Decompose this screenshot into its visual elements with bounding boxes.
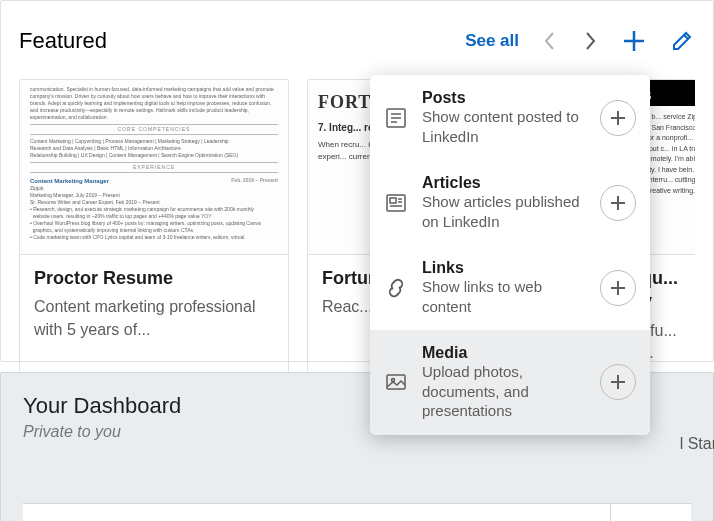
card-body: Proctor Resume Content marketing profess… bbox=[20, 255, 288, 353]
featured-card[interactable]: communication. Specialist in human-focus… bbox=[19, 79, 289, 378]
menu-item-text: Articles Show articles published on Link… bbox=[422, 174, 586, 231]
menu-item-links[interactable]: Links Show links to web content bbox=[370, 245, 650, 330]
post-icon bbox=[384, 106, 408, 130]
svg-point-10 bbox=[392, 379, 395, 382]
dashboard-side-label: l Star bbox=[680, 435, 714, 453]
add-button[interactable] bbox=[600, 364, 636, 400]
media-icon bbox=[384, 370, 408, 394]
menu-item-media[interactable]: Media Upload photos, documents, and pres… bbox=[370, 330, 650, 435]
menu-item-text: Media Upload photos, documents, and pres… bbox=[422, 344, 586, 421]
add-featured-menu: Posts Show content posted to LinkedIn Ar… bbox=[370, 75, 650, 435]
chevron-right-icon[interactable] bbox=[581, 32, 599, 50]
card-thumbnail: communication. Specialist in human-focus… bbox=[20, 80, 288, 255]
featured-title: Featured bbox=[19, 28, 107, 54]
featured-actions: See all bbox=[465, 28, 695, 54]
link-icon bbox=[384, 276, 408, 300]
article-icon bbox=[384, 191, 408, 215]
dashboard-stat-box[interactable] bbox=[23, 504, 611, 521]
featured-header: Featured See all bbox=[19, 21, 695, 61]
edit-featured-button[interactable] bbox=[669, 28, 695, 54]
dashboard-stats-row bbox=[23, 503, 691, 521]
menu-item-posts[interactable]: Posts Show content posted to LinkedIn bbox=[370, 75, 650, 160]
resume-preview: communication. Specialist in human-focus… bbox=[30, 86, 278, 241]
add-button[interactable] bbox=[600, 185, 636, 221]
chevron-left-icon[interactable] bbox=[541, 32, 559, 50]
add-button[interactable] bbox=[600, 100, 636, 136]
see-all-link[interactable]: See all bbox=[465, 31, 519, 51]
menu-item-text: Links Show links to web content bbox=[422, 259, 586, 316]
menu-item-text: Posts Show content posted to LinkedIn bbox=[422, 89, 586, 146]
svg-rect-5 bbox=[390, 198, 396, 203]
card-title: Proctor Resume bbox=[34, 267, 274, 290]
add-button[interactable] bbox=[600, 270, 636, 306]
dashboard-stat-box[interactable] bbox=[611, 504, 691, 521]
menu-item-articles[interactable]: Articles Show articles published on Link… bbox=[370, 160, 650, 245]
card-desc: Content marketing professional with 5 ye… bbox=[34, 296, 274, 341]
add-featured-button[interactable] bbox=[621, 28, 647, 54]
